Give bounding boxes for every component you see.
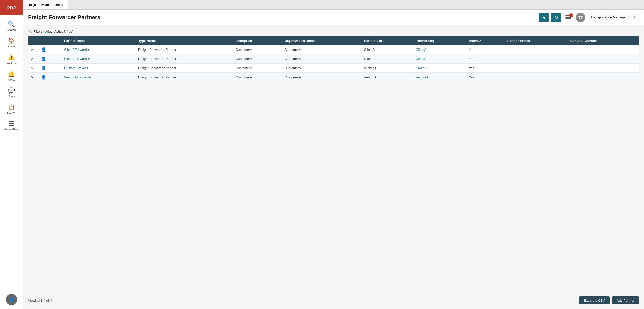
page-footer: Viewing 1-4 of 4 Export to CSV Add Partn… bbox=[28, 293, 639, 304]
user-icon[interactable]: 👤 bbox=[41, 47, 46, 52]
user-icon[interactable]: 👤 bbox=[41, 57, 46, 61]
partners-table-container: Partner Name Type Name Enterprise Organi… bbox=[28, 36, 639, 82]
col-enterprise: Enterprise bbox=[233, 36, 282, 45]
col-partner-name: Partner Name bbox=[61, 36, 136, 45]
row-partner-profile bbox=[505, 64, 568, 73]
refresh-button[interactable]: ↻ bbox=[551, 13, 561, 22]
main-area: Freight Forwarder Partners Freight Forwa… bbox=[23, 0, 644, 309]
row-contact-address bbox=[568, 54, 639, 64]
row-org-name: CustomerA bbox=[282, 45, 361, 54]
remove-button[interactable]: ✕ bbox=[31, 57, 34, 61]
partner-org-link[interactable]: BrokerB bbox=[416, 66, 428, 70]
table-body: ✕ 👤 ClientAForwarder Freight Forwarder P… bbox=[28, 45, 639, 82]
sidebar-item-problems[interactable]: ⚠️ Problems bbox=[0, 51, 23, 68]
user-initials-avatar[interactable]: TT bbox=[576, 13, 585, 22]
partner-org-link[interactable]: ClientA bbox=[416, 48, 426, 52]
sidebar: one 🔍 Search 🏠 Home ⚠️ Problems 🔔 Alerts… bbox=[0, 0, 23, 309]
partner-name-link[interactable]: ClientAForwarder bbox=[64, 48, 90, 52]
row-remove-cell: ✕ bbox=[28, 54, 39, 64]
sidebar-item-search[interactable]: 🔍 Search bbox=[0, 18, 23, 34]
partner-name-link[interactable]: VendorAForwarder bbox=[64, 75, 92, 79]
user-avatar[interactable]: 👤 bbox=[6, 294, 17, 305]
row-partner-ent: BrokerB bbox=[361, 64, 413, 73]
row-partner-profile bbox=[505, 54, 568, 64]
home-icon: 🏠 bbox=[8, 38, 15, 44]
search-icon: 🔍 bbox=[8, 21, 15, 28]
row-contact-address bbox=[568, 64, 639, 73]
row-user-icon-cell: 👤 bbox=[39, 73, 61, 82]
role-selector[interactable]: Transportation Manager ▼ bbox=[588, 14, 639, 20]
row-org-name: CustomerA bbox=[282, 73, 361, 82]
row-partner-org: VendorA bbox=[413, 73, 466, 82]
add-partner-button[interactable]: Add Partner bbox=[612, 296, 639, 304]
row-partner-ent: VendorA bbox=[361, 73, 413, 82]
row-partner-name: ClientAForwarder bbox=[61, 45, 136, 54]
sidebar-item-menus[interactable]: ☰ Menus/Favs bbox=[0, 117, 23, 134]
partner-org-link[interactable]: VendorA bbox=[416, 75, 428, 79]
viewing-count: Viewing 1-4 of 4 bbox=[28, 299, 52, 302]
row-contact-address bbox=[568, 45, 639, 54]
refresh-icon: ↻ bbox=[554, 15, 558, 20]
remove-button[interactable]: ✕ bbox=[31, 75, 34, 79]
partners-table: Partner Name Type Name Enterprise Organi… bbox=[28, 36, 639, 82]
row-partner-org: ClientB bbox=[413, 54, 466, 64]
star-icon: ★ bbox=[542, 15, 546, 20]
sidebar-item-alerts[interactable]: 🔔 Alerts bbox=[0, 68, 23, 84]
col-type-name: Type Name bbox=[136, 36, 233, 45]
row-enterprise: CustomerA bbox=[233, 45, 282, 54]
table-row: ✕ 👤 Custom Broker B Freight Forwarder Pa… bbox=[28, 64, 639, 73]
remove-button[interactable]: ✕ bbox=[31, 48, 34, 52]
filter-edit-link[interactable]: edit bbox=[44, 30, 50, 33]
row-org-name: CustomerA bbox=[282, 64, 361, 73]
row-partner-org: ClientA bbox=[413, 45, 466, 54]
row-active: Yes bbox=[466, 64, 505, 73]
row-remove-cell: ✕ bbox=[28, 64, 39, 73]
row-org-name: CustomerA bbox=[282, 54, 361, 64]
col-active: Active? bbox=[466, 36, 505, 45]
table-row: ✕ 👤 ClientBForwarder Freight Forwarder P… bbox=[28, 54, 639, 64]
row-type-name: Freight Forwarder Partner bbox=[136, 54, 233, 64]
partner-name-link[interactable]: ClientBForwarder bbox=[64, 57, 90, 61]
row-active: Yes bbox=[466, 54, 505, 64]
user-icon[interactable]: 👤 bbox=[41, 75, 46, 79]
row-remove-cell: ✕ bbox=[28, 45, 39, 54]
row-partner-name: ClientBForwarder bbox=[61, 54, 136, 64]
row-active: Yes bbox=[466, 45, 505, 54]
row-type-name: Freight Forwarder Partner bbox=[136, 45, 233, 54]
remove-button[interactable]: ✕ bbox=[31, 66, 34, 70]
filter-icon: 🔍 bbox=[28, 30, 32, 33]
page-content: 🔍 Filters (edit): [Active?: Yes] Partner… bbox=[23, 25, 644, 309]
header-actions: ★ ↻ 1 TT Transportation Manager ▼ bbox=[539, 13, 639, 22]
row-partner-profile bbox=[505, 45, 568, 54]
col-partner-profile: Partner Profile bbox=[505, 36, 568, 45]
col-contact-address: Contact Address bbox=[568, 36, 639, 45]
partner-org-link[interactable]: ClientB bbox=[416, 57, 426, 61]
row-enterprise: CustomerA bbox=[233, 73, 282, 82]
export-csv-button[interactable]: Export to CSV bbox=[579, 296, 609, 304]
sidebar-item-chats[interactable]: 💬 Chats bbox=[0, 84, 23, 101]
sidebar-item-home[interactable]: 🏠 Home bbox=[0, 34, 23, 51]
sidebar-item-switch[interactable]: 📋 Switch bbox=[0, 101, 23, 117]
page-header: Freight Forwarder Partners ★ ↻ 1 TT Tran… bbox=[23, 10, 644, 25]
row-type-name: Freight Forwarder Partner bbox=[136, 73, 233, 82]
user-icon[interactable]: 👤 bbox=[41, 66, 46, 70]
page-title: Freight Forwarder Partners bbox=[28, 14, 539, 21]
problems-icon: ⚠️ bbox=[8, 54, 15, 61]
footer-actions: Export to CSV Add Partner bbox=[579, 296, 639, 304]
menus-icon: ☰ bbox=[9, 120, 14, 127]
row-partner-org: BrokerB bbox=[413, 64, 466, 73]
col-actions bbox=[28, 36, 39, 45]
table-row: ✕ 👤 VendorAForwarder Freight Forwarder P… bbox=[28, 73, 639, 82]
filter-bar: 🔍 Filters (edit): [Active?: Yes] bbox=[28, 30, 639, 33]
app-logo[interactable]: one bbox=[0, 0, 23, 15]
favorite-button[interactable]: ★ bbox=[539, 13, 549, 22]
tab-freight-forwarder-partners[interactable]: Freight Forwarder Partners bbox=[23, 0, 68, 9]
row-partner-profile bbox=[505, 73, 568, 82]
filter-label: Filters bbox=[33, 30, 42, 33]
row-enterprise: CustomerA bbox=[233, 54, 282, 64]
notification-menu-button[interactable]: 1 bbox=[563, 13, 573, 21]
partner-name-link[interactable]: Custom Broker B bbox=[64, 66, 89, 70]
row-partner-ent: ClientB bbox=[361, 54, 413, 64]
avatar-icon: 👤 bbox=[9, 297, 14, 302]
row-partner-ent: ClientA bbox=[361, 45, 413, 54]
